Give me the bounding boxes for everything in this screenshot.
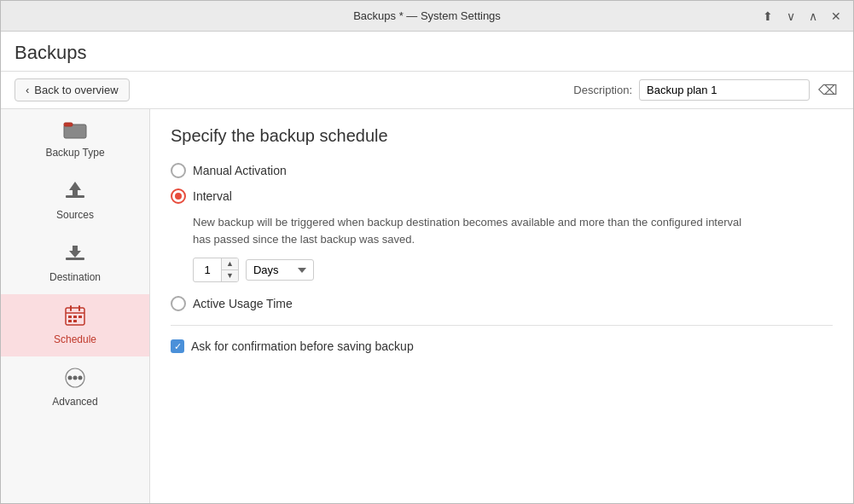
interval-radio[interactable] bbox=[171, 188, 186, 204]
content-area: Backup Type Sources bbox=[1, 109, 853, 503]
interval-number-wrap: ▲ ▼ bbox=[193, 258, 239, 282]
calendar-icon bbox=[64, 304, 86, 330]
interval-radio-dot bbox=[175, 193, 182, 200]
download-icon bbox=[64, 242, 86, 268]
description-label: Description: bbox=[573, 84, 632, 96]
sidebar-item-schedule[interactable]: Schedule bbox=[1, 294, 149, 356]
app-header: Backups bbox=[1, 32, 853, 72]
toolbar: ‹ Back to overview Description: ⌫ bbox=[1, 72, 853, 109]
sidebar-item-label-destination: Destination bbox=[49, 271, 101, 283]
sidebar-item-label-sources: Sources bbox=[56, 209, 94, 221]
confirmation-checkbox-row[interactable]: ✓ Ask for confirmation before saving bac… bbox=[171, 339, 833, 353]
confirmation-checkbox-label: Ask for confirmation before saving backu… bbox=[191, 339, 414, 353]
clear-description-button[interactable]: ⌫ bbox=[816, 80, 839, 100]
interval-option[interactable]: Interval bbox=[171, 188, 833, 204]
svg-point-15 bbox=[68, 376, 73, 380]
sidebar-item-backup-type[interactable]: Backup Type bbox=[1, 109, 149, 170]
interval-spinners: ▲ ▼ bbox=[221, 258, 238, 281]
active-usage-time-option[interactable]: Active Usage Time bbox=[171, 296, 833, 311]
svg-rect-1 bbox=[64, 123, 73, 126]
back-button-label: Back to overview bbox=[34, 84, 118, 96]
titlebar-close-button[interactable]: ✕ bbox=[826, 8, 846, 25]
interval-label: Interval bbox=[193, 189, 232, 203]
svg-rect-10 bbox=[68, 316, 72, 318]
sidebar-item-advanced[interactable]: Advanced bbox=[1, 356, 149, 419]
active-usage-time-label: Active Usage Time bbox=[193, 297, 293, 310]
active-usage-time-radio[interactable] bbox=[171, 296, 186, 311]
main-window: Backups * — System Settings ⬆ ∨ ∧ ✕ Back… bbox=[0, 0, 854, 504]
titlebar-chevron-up-button[interactable]: ∧ bbox=[804, 8, 822, 25]
sidebar: Backup Type Sources bbox=[1, 109, 150, 503]
svg-rect-2 bbox=[66, 195, 84, 198]
upload-icon bbox=[64, 180, 86, 206]
description-row: Description: ⌫ bbox=[573, 79, 839, 101]
confirmation-checkbox[interactable]: ✓ bbox=[171, 339, 184, 353]
interval-unit-select[interactable]: Days Minutes Hours Weeks Months bbox=[246, 259, 314, 281]
manual-activation-label: Manual Activation bbox=[193, 164, 287, 177]
manual-activation-radio[interactable] bbox=[171, 163, 186, 178]
interval-controls: ▲ ▼ Days Minutes Hours Weeks Months bbox=[193, 258, 833, 282]
titlebar-controls: ⬆ ∨ ∧ ✕ bbox=[758, 8, 846, 25]
folder-icon bbox=[63, 119, 87, 143]
sidebar-item-label-schedule: Schedule bbox=[54, 333, 96, 345]
sidebar-item-label-backup-type: Backup Type bbox=[45, 147, 104, 159]
sidebar-item-sources[interactable]: Sources bbox=[1, 170, 149, 232]
panel-title: Specify the backup schedule bbox=[171, 126, 833, 146]
titlebar-chevron-down-button[interactable]: ∨ bbox=[781, 8, 800, 25]
svg-point-17 bbox=[78, 376, 83, 380]
check-icon: ✓ bbox=[174, 342, 182, 351]
manual-activation-option[interactable]: Manual Activation bbox=[171, 163, 833, 178]
sidebar-item-destination[interactable]: Destination bbox=[1, 232, 149, 294]
back-to-overview-button[interactable]: ‹ Back to overview bbox=[15, 78, 130, 101]
interval-decrement-button[interactable]: ▼ bbox=[222, 270, 238, 281]
svg-marker-3 bbox=[69, 182, 81, 195]
titlebar-minimize-button[interactable]: ⬆ bbox=[758, 8, 778, 25]
back-chevron-icon: ‹ bbox=[26, 84, 29, 96]
interval-number-input[interactable] bbox=[194, 260, 221, 280]
svg-rect-14 bbox=[73, 320, 77, 322]
svg-rect-11 bbox=[73, 316, 77, 318]
titlebar-title: Backups * — System Settings bbox=[353, 9, 501, 22]
sidebar-item-label-advanced: Advanced bbox=[52, 396, 97, 408]
page-title: Backups bbox=[15, 42, 86, 63]
main-panel: Specify the backup schedule Manual Activ… bbox=[150, 109, 853, 503]
divider bbox=[171, 325, 833, 326]
svg-rect-13 bbox=[68, 320, 72, 322]
svg-point-16 bbox=[73, 376, 78, 380]
description-input[interactable] bbox=[639, 79, 810, 101]
svg-rect-4 bbox=[66, 258, 84, 260]
interval-increment-button[interactable]: ▲ bbox=[222, 258, 238, 270]
svg-marker-5 bbox=[69, 246, 81, 258]
dots-icon bbox=[64, 367, 86, 392]
svg-rect-12 bbox=[78, 316, 82, 318]
interval-description: New backup will be triggered when backup… bbox=[193, 214, 747, 247]
titlebar: Backups * — System Settings ⬆ ∨ ∧ ✕ bbox=[1, 1, 853, 32]
